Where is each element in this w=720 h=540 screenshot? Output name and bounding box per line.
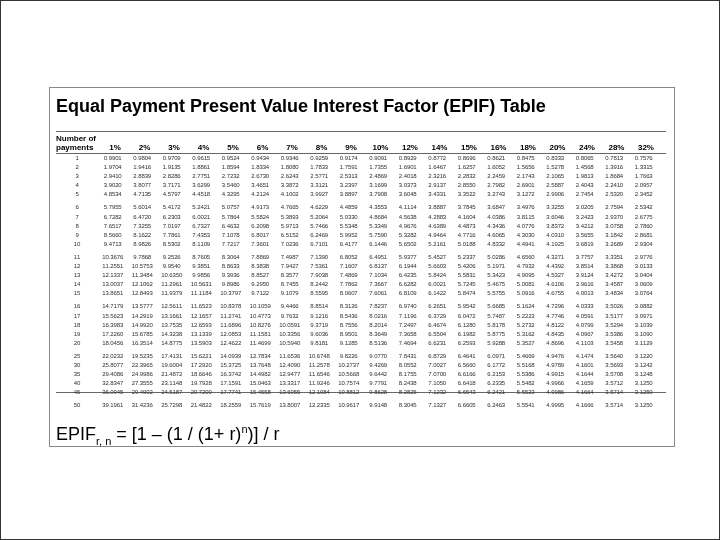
col-header: 16% <box>484 143 514 152</box>
table-row: 76.72826.47206.23036.00215.78645.58245.3… <box>56 213 666 222</box>
table-row: 65.79555.60145.41725.24215.07574.91734.7… <box>56 203 666 212</box>
table-row: 3025.807722.396519.600417.292015.372513.… <box>56 361 666 370</box>
table-row: 2522.023219.523517.413115.622114.093912.… <box>56 352 666 361</box>
table-row: 1413.003712.106211.296110.56319.89869.29… <box>56 280 666 289</box>
table-row: 32.94102.88392.82862.77512.72322.67302.6… <box>56 172 666 181</box>
col-header: 5% <box>218 143 248 152</box>
col-header: 10% <box>366 143 396 152</box>
table-row: 1110.36769.78689.25268.76058.30647.88697… <box>56 253 666 262</box>
col-header: 8% <box>307 143 337 152</box>
table-row: 4536.094529.490224.518720.720017.774115.… <box>56 388 666 397</box>
table-row: 21.97041.94161.91351.88611.85941.83341.8… <box>56 163 666 172</box>
table-row: 87.65177.32557.01976.73276.46326.20985.9… <box>56 222 666 231</box>
col-header: 14% <box>425 143 455 152</box>
table-header-row: Number ofpayments 1%2%3%4%5%6%7%8%9%10%1… <box>56 132 666 153</box>
table-row: 1312.133711.348410.63509.98569.39368.852… <box>56 271 666 280</box>
table-row: 3529.408624.998621.487218.664616.374214.… <box>56 370 666 379</box>
table-row: 43.90203.80773.71713.62993.54603.46513.3… <box>56 181 666 190</box>
col-header: 28% <box>602 143 632 152</box>
col-header: 12% <box>395 143 425 152</box>
col-header: 1% <box>100 143 130 152</box>
table-row: 98.56608.16227.78617.43537.10786.80176.5… <box>56 231 666 240</box>
col-header: 15% <box>454 143 484 152</box>
table-row: 1715.562314.291913.166112.165711.274110.… <box>56 312 666 321</box>
table-row: 54.85344.71354.57974.45184.32954.21244.1… <box>56 190 666 199</box>
table-row: 5039.196131.423625.729821.482218.255915.… <box>56 401 666 410</box>
col-header: 2% <box>130 143 160 152</box>
col-header: 3% <box>159 143 189 152</box>
col-header: 32% <box>631 143 661 152</box>
table-row: 2018.045616.351414.877513.590312.462211.… <box>56 339 666 348</box>
page-title: Equal Payment Present Value Interest Fac… <box>56 96 546 117</box>
col-header: 6% <box>248 143 278 152</box>
header-n-label: Number ofpayments <box>56 134 98 152</box>
epif-formula: EPIFr, n = [1 – (1 / (1+ r)n)] / r <box>56 423 280 447</box>
col-header: 18% <box>513 143 543 152</box>
epif-table: Number ofpayments 1%2%3%4%5%6%7%8%9%10%1… <box>56 131 666 393</box>
col-header: 4% <box>189 143 219 152</box>
table-row: 10.99010.98040.97090.96150.95240.94340.9… <box>56 154 666 163</box>
table-row: 1917.226015.678514.323813.133912.085311.… <box>56 330 666 339</box>
table-row: 1513.865112.849311.937911.118410.37979.7… <box>56 289 666 298</box>
table-body: 10.99010.98040.97090.96150.95240.94340.9… <box>56 154 666 410</box>
col-header: 24% <box>572 143 602 152</box>
table-row: 1211.255110.57539.95409.38518.86338.3838… <box>56 262 666 271</box>
col-header: 7% <box>277 143 307 152</box>
table-row: 1614.717913.577712.561111.652310.837810.… <box>56 302 666 311</box>
table-row: 1816.398314.992013.753512.659311.689610.… <box>56 321 666 330</box>
slide: Equal Payment Present Value Interest Fac… <box>0 0 720 540</box>
table-row: 4032.834727.355523.114819.792817.159115.… <box>56 379 666 388</box>
table-row: 109.47138.98268.53028.11097.72177.36017.… <box>56 240 666 249</box>
col-header: 20% <box>543 143 573 152</box>
col-header: 9% <box>336 143 366 152</box>
